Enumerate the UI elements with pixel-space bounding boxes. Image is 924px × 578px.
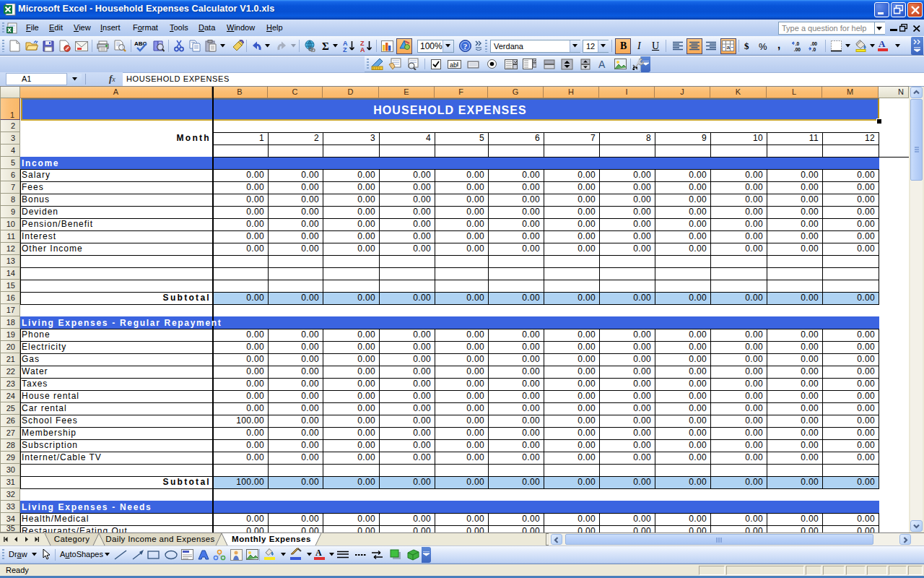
svg-text:A: A [360,46,365,53]
svg-text:Z: Z [343,46,347,53]
svg-text:A: A [598,59,606,69]
svg-text:.0: .0 [796,41,800,46]
svg-text:ab: ab [450,61,457,68]
svg-text:Σ: Σ [322,40,329,51]
svg-text:.00: .00 [811,41,818,46]
svg-text:.0: .0 [812,46,816,51]
svg-text:a: a [727,44,731,51]
svg-text:?: ? [463,42,468,51]
svg-text:.00: .00 [794,46,801,51]
